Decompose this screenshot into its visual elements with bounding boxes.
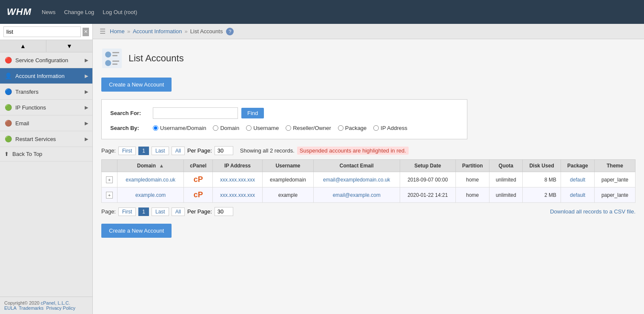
radio-ip-input[interactable] (373, 125, 379, 131)
radio-reseller[interactable]: Reseller/Owner (286, 125, 331, 131)
eula-link[interactable]: EULA (4, 305, 16, 311)
domain-link-2[interactable]: example.com (135, 192, 166, 198)
bottom-pagination: Page: First 1 Last All Per Page: Downloa… (101, 207, 635, 216)
radio-username[interactable]: Username (246, 125, 279, 131)
ip-functions-icon: 🟢 (4, 104, 12, 111)
sidebar-item-account-information[interactable]: 👤 Account Information ▶ (0, 68, 92, 84)
bottom-all-button[interactable]: All (172, 207, 185, 216)
radio-ip-address[interactable]: IP Address (373, 125, 407, 131)
copyright-text: Copyright© 2020 (4, 300, 41, 305)
sidebar-item-email[interactable]: 🟤 Email ▶ (0, 115, 92, 131)
partition-cell-1: home (455, 172, 489, 187)
radio-username-domain-input[interactable] (153, 125, 158, 131)
bottom-last-button[interactable]: Last (152, 207, 169, 216)
page-1-button[interactable]: 1 (138, 147, 149, 155)
sidebar-scroll-down-button[interactable]: ▼ (46, 40, 92, 52)
email-icon: 🟤 (4, 119, 12, 127)
last-page-button[interactable]: Last (152, 147, 169, 155)
col-partition: Partition (455, 160, 489, 172)
main-content: ☰ Home » Account Information » List Acco… (93, 24, 644, 314)
create-account-bottom-button[interactable]: Create a New Account (101, 224, 172, 238)
sort-arrow-icon: ▲ (159, 163, 164, 169)
search-input[interactable] (153, 107, 238, 119)
first-page-button[interactable]: First (118, 147, 136, 155)
sidebar-item-label: Service Configuration (15, 57, 68, 63)
svg-rect-0 (102, 49, 122, 68)
restart-services-icon: 🟢 (4, 135, 12, 143)
cpanel-cell-1: cP (184, 172, 213, 187)
username-cell-2: example (262, 187, 313, 203)
page-header: List Accounts (101, 48, 635, 69)
sidebar-item-transfers[interactable]: 🔵 Transfers ▶ (0, 84, 92, 100)
package-link-2[interactable]: default (570, 192, 585, 198)
bottom-page-1-button[interactable]: 1 (138, 207, 149, 216)
radio-reseller-label: Reseller/Owner (293, 125, 331, 131)
radio-ip-label: IP Address (381, 125, 407, 131)
cpanel-link[interactable]: cPanel, L.L.C. (41, 300, 70, 305)
sidebar-item-ip-functions[interactable]: 🟢 IP Functions ▶ (0, 100, 92, 115)
radio-username-domain[interactable]: Username/Domain (153, 125, 206, 131)
col-domain[interactable]: Domain ▲ (117, 160, 184, 172)
sidebar-scroll-up-button[interactable]: ▲ (0, 40, 46, 52)
sidebar-footer: Copyright© 2020 cPanel, L.L.C. EULA Trad… (0, 297, 92, 314)
sidebar-item-service-configuration[interactable]: 🔴 Service Configuration ▶ (0, 52, 92, 68)
bottom-per-page-input[interactable] (215, 207, 233, 216)
table-row: + example.com cP xxx.xxx.xxx.xxx example (102, 187, 635, 203)
radio-domain[interactable]: Domain (213, 125, 239, 131)
account-information-icon: 👤 (4, 72, 12, 80)
csv-download-link[interactable]: Download all records to a CSV file. (550, 208, 635, 215)
partition-cell-2: home (455, 187, 489, 203)
nav-news[interactable]: News (42, 9, 56, 15)
showing-text: Showing all 2 records. (240, 147, 295, 154)
email-link-1[interactable]: email@exampledomain.co.uk (323, 177, 390, 183)
svg-rect-5 (112, 60, 119, 62)
email-link-2[interactable]: email@example.com (333, 192, 381, 198)
radio-package[interactable]: Package (338, 125, 367, 131)
expand-row-2-button[interactable]: + (106, 192, 113, 199)
back-to-top-button[interactable]: ⬆ Back To Top (0, 147, 92, 161)
sidebar-item-restart-services[interactable]: 🟢 Restart Services ▶ (0, 131, 92, 147)
radio-package-label: Package (345, 125, 367, 131)
per-page-input[interactable] (215, 146, 233, 155)
breadcrumb-account-info[interactable]: Account Information (133, 28, 182, 35)
chevron-right-icon: ▶ (85, 89, 88, 95)
bottom-first-button[interactable]: First (118, 207, 136, 216)
package-link-1[interactable]: default (570, 177, 585, 183)
ip-link-1[interactable]: xxx.xxx.xxx.xxx (220, 177, 255, 183)
page-body: List Accounts Create a New Account Searc… (93, 39, 644, 254)
search-by-row: Search By: Username/Domain Domain Use (110, 125, 458, 131)
nav-logout[interactable]: Log Out (root) (103, 9, 137, 15)
expand-row-1-button[interactable]: + (106, 176, 113, 183)
radio-username-domain-label: Username/Domain (160, 125, 206, 131)
domain-link-1[interactable]: exampledomain.co.uk (126, 177, 175, 183)
help-icon[interactable]: ? (226, 28, 234, 35)
expand-cell-2: + (102, 187, 117, 203)
radio-reseller-input[interactable] (286, 125, 291, 131)
privacy-link[interactable]: Privacy Policy (46, 305, 75, 311)
cpanel-icon-1[interactable]: cP (194, 175, 203, 184)
back-to-top-icon: ⬆ (4, 151, 9, 157)
bottom-page-controls: Page: First 1 Last All Per Page: (101, 207, 233, 216)
bottom-per-page-label: Per Page: (187, 208, 212, 215)
per-page-label: Per Page: (187, 147, 212, 154)
table-row: + exampledomain.co.uk cP xxx.xxx.xxx.xxx… (102, 172, 635, 187)
ip-link-2[interactable]: xxx.xxx.xxx.xxx (220, 192, 255, 198)
all-page-button[interactable]: All (172, 147, 185, 155)
svg-rect-6 (112, 63, 117, 65)
radio-username-input[interactable] (246, 125, 252, 131)
cpanel-cell-2: cP (184, 187, 213, 203)
trademarks-link[interactable]: Trademarks (19, 305, 43, 311)
radio-domain-input[interactable] (213, 125, 218, 131)
email-cell-1: email@exampledomain.co.uk (313, 172, 400, 187)
col-cpanel: cPanel (184, 160, 213, 172)
create-account-top-button[interactable]: Create a New Account (101, 78, 172, 92)
table-body: + exampledomain.co.uk cP xxx.xxx.xxx.xxx… (102, 172, 635, 203)
breadcrumb-home[interactable]: Home (110, 28, 125, 35)
find-button[interactable]: Find (241, 108, 264, 118)
sidebar-search-clear-button[interactable]: ✕ (83, 28, 89, 36)
sidebar-search-input[interactable] (3, 26, 81, 37)
sidebar-item-label: Account Information (15, 73, 65, 79)
cpanel-icon-2[interactable]: cP (194, 190, 203, 199)
radio-package-input[interactable] (338, 125, 343, 131)
nav-changelog[interactable]: Change Log (64, 9, 94, 15)
